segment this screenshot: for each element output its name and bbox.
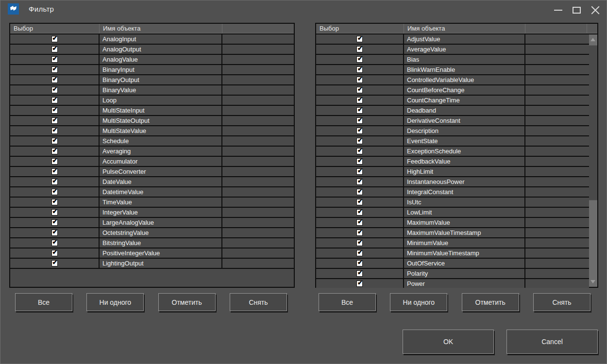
select-none-button[interactable]: Ни одного bbox=[390, 293, 447, 311]
table-row[interactable]: ✔AnalogValue bbox=[10, 55, 294, 65]
row-checkbox[interactable]: ✔ bbox=[51, 260, 58, 266]
table-row[interactable]: ✔EventState bbox=[316, 136, 589, 147]
check-selected-button[interactable]: Отметить bbox=[462, 293, 519, 311]
row-checkbox[interactable]: ✔ bbox=[356, 219, 363, 226]
table-row[interactable]: ✔IntegerValue bbox=[10, 208, 294, 218]
row-checkbox[interactable]: ✔ bbox=[51, 250, 58, 256]
vertical-scrollbar[interactable] bbox=[589, 34, 597, 287]
row-checkbox[interactable]: ✔ bbox=[356, 56, 363, 63]
table-row[interactable]: ✔IsUtc bbox=[316, 198, 589, 208]
row-checkbox[interactable]: ✔ bbox=[51, 158, 58, 165]
table-row[interactable]: ✔AnalogOutput bbox=[10, 45, 294, 55]
table-row[interactable]: ✔AnalogInput bbox=[10, 34, 294, 45]
row-checkbox[interactable]: ✔ bbox=[356, 199, 363, 205]
table-row[interactable]: ✔ExceptionSchedule bbox=[316, 147, 589, 157]
row-checkbox[interactable]: ✔ bbox=[356, 46, 363, 52]
table-row[interactable]: ✔PositiveIntegerValue bbox=[10, 248, 294, 259]
table-row[interactable]: ✔OctetstringValue bbox=[10, 228, 294, 238]
table-row[interactable]: ✔MaximumValue bbox=[316, 218, 589, 228]
table-row[interactable]: ✔AdjustValue bbox=[316, 34, 589, 45]
table-row[interactable]: ✔DerivativeConstant bbox=[316, 116, 589, 126]
row-checkbox[interactable]: ✔ bbox=[356, 240, 363, 246]
table-row[interactable]: ✔Deadband bbox=[316, 106, 589, 116]
row-checkbox[interactable]: ✔ bbox=[51, 189, 58, 195]
maximize-button[interactable] bbox=[572, 5, 582, 16]
row-checkbox[interactable]: ✔ bbox=[356, 270, 363, 277]
select-all-button[interactable]: Все bbox=[319, 293, 376, 311]
table-row[interactable]: ✔Schedule bbox=[10, 136, 294, 147]
table-row[interactable]: ✔OutOfService bbox=[316, 259, 589, 269]
scrollbar-thumb[interactable] bbox=[589, 45, 597, 200]
row-checkbox[interactable]: ✔ bbox=[356, 66, 363, 73]
row-checkbox[interactable]: ✔ bbox=[356, 179, 363, 185]
column-header-selection[interactable]: Выбор bbox=[316, 24, 404, 33]
uncheck-selected-button[interactable]: Снять bbox=[230, 293, 287, 311]
row-checkbox[interactable]: ✔ bbox=[356, 117, 363, 124]
row-checkbox[interactable]: ✔ bbox=[356, 87, 363, 93]
row-checkbox[interactable]: ✔ bbox=[356, 189, 363, 195]
table-row[interactable]: ✔BinaryInput bbox=[10, 65, 294, 75]
table-row[interactable]: ✔AverageValue bbox=[316, 45, 589, 55]
row-checkbox[interactable]: ✔ bbox=[51, 240, 58, 246]
row-checkbox[interactable]: ✔ bbox=[51, 168, 58, 175]
scroll-up-icon[interactable] bbox=[590, 38, 595, 41]
table-row[interactable]: ✔MultiStateOutput bbox=[10, 116, 294, 126]
table-row[interactable]: ✔MinimumValue bbox=[316, 238, 589, 248]
table-row[interactable]: ✔FeedbackValue bbox=[316, 157, 589, 167]
row-checkbox[interactable]: ✔ bbox=[356, 148, 363, 154]
table-row[interactable]: ✔Polarity bbox=[316, 269, 589, 279]
row-checkbox[interactable]: ✔ bbox=[356, 158, 363, 165]
table-row[interactable]: ✔CountChangeTime bbox=[316, 96, 589, 106]
table-row[interactable]: ✔LargeAnalogValue bbox=[10, 218, 294, 228]
table-row[interactable]: ✔Power bbox=[316, 279, 589, 288]
row-checkbox[interactable]: ✔ bbox=[356, 107, 363, 114]
row-checkbox[interactable]: ✔ bbox=[356, 77, 363, 83]
table-row[interactable]: ✔MultiStateValue bbox=[10, 126, 294, 136]
row-checkbox[interactable]: ✔ bbox=[356, 281, 363, 287]
table-row[interactable]: ✔DatetimeValue bbox=[10, 187, 294, 198]
row-checkbox[interactable]: ✔ bbox=[51, 128, 58, 134]
table-row[interactable]: ✔HighLimit bbox=[316, 167, 589, 177]
row-checkbox[interactable]: ✔ bbox=[356, 97, 363, 103]
row-checkbox[interactable]: ✔ bbox=[51, 46, 58, 52]
column-header-object-name[interactable]: Имя объекта bbox=[404, 24, 525, 33]
row-checkbox[interactable]: ✔ bbox=[356, 138, 363, 144]
column-header-object-name[interactable]: Имя объекта bbox=[100, 24, 222, 33]
row-checkbox[interactable]: ✔ bbox=[51, 56, 58, 63]
row-checkbox[interactable]: ✔ bbox=[51, 97, 58, 103]
row-checkbox[interactable]: ✔ bbox=[51, 199, 58, 205]
row-checkbox[interactable]: ✔ bbox=[51, 148, 58, 154]
row-checkbox[interactable]: ✔ bbox=[356, 250, 363, 256]
table-row[interactable]: ✔Accumulator bbox=[10, 157, 294, 167]
table-row[interactable]: ✔BitstringValue bbox=[10, 238, 294, 248]
table-row[interactable]: ✔PulseConverter bbox=[10, 167, 294, 177]
row-checkbox[interactable]: ✔ bbox=[51, 209, 58, 215]
table-row[interactable]: ✔ControlledVariableValue bbox=[316, 75, 589, 85]
ok-button[interactable]: OK bbox=[403, 330, 494, 354]
column-header-empty[interactable] bbox=[222, 24, 294, 33]
table-row[interactable]: ✔MultiStateInput bbox=[10, 106, 294, 116]
table-row[interactable]: ✔BlinkWarnEnable bbox=[316, 65, 589, 75]
table-row[interactable]: ✔LowLimit bbox=[316, 208, 589, 218]
select-none-button[interactable]: Ни одного bbox=[86, 293, 144, 311]
check-selected-button[interactable]: Отметить bbox=[158, 293, 216, 311]
table-row[interactable]: ✔MaximumValueTimestamp bbox=[316, 228, 589, 238]
select-all-button[interactable]: Все bbox=[15, 293, 72, 311]
row-checkbox[interactable]: ✔ bbox=[51, 230, 58, 236]
row-checkbox[interactable]: ✔ bbox=[356, 128, 363, 134]
table-row[interactable]: ✔LightingOutput bbox=[10, 259, 294, 269]
table-row[interactable]: ✔BinaryOutput bbox=[10, 75, 294, 85]
column-header-empty[interactable] bbox=[525, 24, 587, 33]
row-checkbox[interactable]: ✔ bbox=[51, 179, 58, 185]
table-row[interactable]: ✔Bias bbox=[316, 55, 589, 65]
minimize-button[interactable] bbox=[553, 5, 564, 16]
row-checkbox[interactable]: ✔ bbox=[356, 230, 363, 236]
table-row[interactable]: ✔InstantaneousPower bbox=[316, 177, 589, 187]
row-checkbox[interactable]: ✔ bbox=[51, 87, 58, 93]
table-row[interactable]: ✔MinimumValueTimestamp bbox=[316, 248, 589, 259]
uncheck-selected-button[interactable]: Снять bbox=[533, 293, 590, 311]
table-row[interactable]: ✔IntegralConstant bbox=[316, 187, 589, 198]
table-row[interactable]: ✔CountBeforeChange bbox=[316, 85, 589, 96]
table-row[interactable]: ✔DateValue bbox=[10, 177, 294, 187]
table-row[interactable]: ✔TimeValue bbox=[10, 198, 294, 208]
